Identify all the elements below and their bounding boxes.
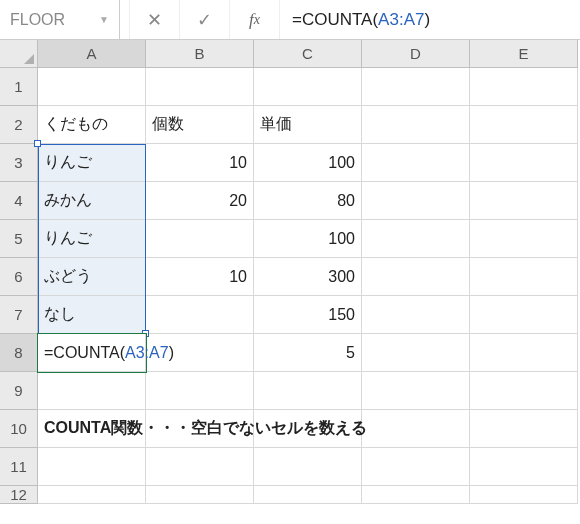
cell-A7[interactable]: なし xyxy=(38,296,146,334)
cell-A12[interactable] xyxy=(38,486,146,504)
cell-D8[interactable] xyxy=(362,334,470,372)
cell-E6[interactable] xyxy=(470,258,578,296)
cell-C4[interactable]: 80 xyxy=(254,182,362,220)
row-header-10[interactable]: 10 xyxy=(0,410,38,448)
cell-E1[interactable] xyxy=(470,68,578,106)
cell-A11[interactable] xyxy=(38,448,146,486)
row-header-1[interactable]: 1 xyxy=(0,68,38,106)
cell-D3[interactable] xyxy=(362,144,470,182)
cell-B9[interactable] xyxy=(146,372,254,410)
name-box-value: FLOOR xyxy=(10,11,65,29)
cell-A2[interactable]: くだもの xyxy=(38,106,146,144)
cell-D9[interactable] xyxy=(362,372,470,410)
cell-E4[interactable] xyxy=(470,182,578,220)
separator xyxy=(120,0,130,39)
cell-E5[interactable] xyxy=(470,220,578,258)
cell-E11[interactable] xyxy=(470,448,578,486)
row-header-7[interactable]: 7 xyxy=(0,296,38,334)
cell-A6[interactable]: ぶどう xyxy=(38,258,146,296)
row-5: 5 りんご 100 xyxy=(0,220,580,258)
name-box[interactable]: FLOOR ▼ xyxy=(0,0,120,39)
formula-suffix: ) xyxy=(424,10,430,30)
cell-C6[interactable]: 300 xyxy=(254,258,362,296)
cell-A3[interactable]: りんご xyxy=(38,144,146,182)
row-header-4[interactable]: 4 xyxy=(0,182,38,220)
cell-C2[interactable]: 単価 xyxy=(254,106,362,144)
cell-C8[interactable]: 5 xyxy=(254,334,362,372)
cell-E9[interactable] xyxy=(470,372,578,410)
cell-B7[interactable] xyxy=(146,296,254,334)
row-12: 12 xyxy=(0,486,580,504)
row-header-9[interactable]: 9 xyxy=(0,372,38,410)
row-header-12[interactable]: 12 xyxy=(0,486,38,504)
cell-C9[interactable] xyxy=(254,372,362,410)
spreadsheet-grid[interactable]: A B C D E 1 2 くだもの 個数 単価 3 りんご 10 100 4 … xyxy=(0,40,580,504)
cell-C7[interactable]: 150 xyxy=(254,296,362,334)
select-all-corner[interactable] xyxy=(0,40,38,68)
edit-ref: A3:A7 xyxy=(125,344,169,362)
cell-E8[interactable] xyxy=(470,334,578,372)
cell-A4[interactable]: みかん xyxy=(38,182,146,220)
cell-A8[interactable]: =COUNTA(A3:A7) xyxy=(38,334,146,372)
cell-B2[interactable]: 個数 xyxy=(146,106,254,144)
row-header-11[interactable]: 11 xyxy=(0,448,38,486)
col-header-D[interactable]: D xyxy=(362,40,470,68)
cell-A10[interactable]: COUNTA関数・・・空白でないセルを数える xyxy=(38,410,146,448)
edit-prefix: =COUNTA( xyxy=(44,344,125,362)
cell-E7[interactable] xyxy=(470,296,578,334)
cell-E3[interactable] xyxy=(470,144,578,182)
cell-E12[interactable] xyxy=(470,486,578,504)
formula-bar: FLOOR ▼ ✕ ✓ fx =COUNTA(A3:A7) xyxy=(0,0,580,40)
chevron-down-icon[interactable]: ▼ xyxy=(99,14,109,25)
cell-B6[interactable]: 10 xyxy=(146,258,254,296)
cell-D4[interactable] xyxy=(362,182,470,220)
cell-B4[interactable]: 20 xyxy=(146,182,254,220)
row-header-6[interactable]: 6 xyxy=(0,258,38,296)
cell-A1[interactable] xyxy=(38,68,146,106)
cell-A9[interactable] xyxy=(38,372,146,410)
row-header-3[interactable]: 3 xyxy=(0,144,38,182)
col-header-B[interactable]: B xyxy=(146,40,254,68)
col-header-C[interactable]: C xyxy=(254,40,362,68)
cancel-button[interactable]: ✕ xyxy=(130,0,180,39)
cell-E10[interactable] xyxy=(470,410,578,448)
fx-button[interactable]: fx xyxy=(230,0,280,39)
row-1: 1 xyxy=(0,68,580,106)
cell-D6[interactable] xyxy=(362,258,470,296)
row-6: 6 ぶどう 10 300 xyxy=(0,258,580,296)
range-handle-tl[interactable] xyxy=(34,140,41,147)
cell-D5[interactable] xyxy=(362,220,470,258)
row-3: 3 りんご 10 100 xyxy=(0,144,580,182)
row-header-2[interactable]: 2 xyxy=(0,106,38,144)
cell-B3[interactable]: 10 xyxy=(146,144,254,182)
cell-B11[interactable] xyxy=(146,448,254,486)
cell-D12[interactable] xyxy=(362,486,470,504)
cell-D7[interactable] xyxy=(362,296,470,334)
column-headers: A B C D E xyxy=(0,40,580,68)
cell-B5[interactable] xyxy=(146,220,254,258)
row-7: 7 なし 150 xyxy=(0,296,580,334)
row-header-5[interactable]: 5 xyxy=(0,220,38,258)
row-4: 4 みかん 20 80 xyxy=(0,182,580,220)
row-8: 8 =COUNTA(A3:A7) 5 xyxy=(0,334,580,372)
cell-D2[interactable] xyxy=(362,106,470,144)
cell-B1[interactable] xyxy=(146,68,254,106)
cell-E2[interactable] xyxy=(470,106,578,144)
formula-ref: A3:A7 xyxy=(378,10,424,30)
row-header-8[interactable]: 8 xyxy=(0,334,38,372)
cell-C3[interactable]: 100 xyxy=(254,144,362,182)
cell-C5[interactable]: 100 xyxy=(254,220,362,258)
cell-C12[interactable] xyxy=(254,486,362,504)
col-header-A[interactable]: A xyxy=(38,40,146,68)
cell-D10[interactable] xyxy=(362,410,470,448)
cell-B12[interactable] xyxy=(146,486,254,504)
cell-D11[interactable] xyxy=(362,448,470,486)
cell-A5[interactable]: りんご xyxy=(38,220,146,258)
cell-D1[interactable] xyxy=(362,68,470,106)
enter-button[interactable]: ✓ xyxy=(180,0,230,39)
formula-input[interactable]: =COUNTA(A3:A7) xyxy=(280,0,580,39)
col-header-E[interactable]: E xyxy=(470,40,578,68)
cell-C11[interactable] xyxy=(254,448,362,486)
edit-suffix: ) xyxy=(169,344,174,362)
cell-C1[interactable] xyxy=(254,68,362,106)
